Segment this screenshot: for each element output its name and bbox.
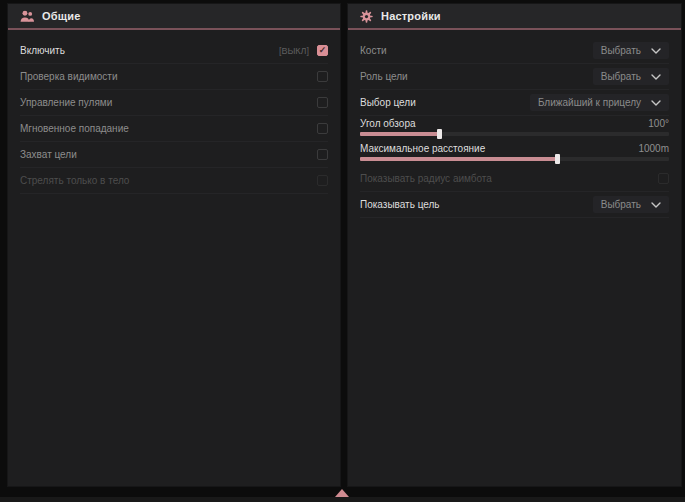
- checkbox[interactable]: [317, 123, 328, 134]
- panel-header-settings: Настройки: [348, 4, 681, 28]
- select-control[interactable]: Ближайший к прицелу: [530, 94, 669, 111]
- settings-row-2: Выбор целиБлижайший к прицелу: [360, 90, 669, 116]
- select-value: Ближайший к прицелу: [538, 97, 641, 108]
- panel-body-general: Включить[ВЫКЛ]✓Проверка видимостиУправле…: [8, 30, 340, 486]
- general-row-1: Проверка видимости: [20, 64, 328, 90]
- checkbox[interactable]: ✓: [317, 45, 328, 56]
- checkbox[interactable]: [317, 149, 328, 160]
- slider-header: Максимальное расстояние1000m: [360, 142, 669, 154]
- setting-label: Показывать цель: [360, 199, 440, 210]
- checkbox[interactable]: [317, 175, 328, 186]
- setting-label: Управление пулями: [20, 97, 112, 108]
- settings-row-0: КостиВыбрать: [360, 38, 669, 64]
- panel-settings: Настройки КостиВыбратьРоль целиВыбратьВы…: [348, 4, 681, 486]
- setting-label: Роль цели: [360, 71, 408, 82]
- chevron-down-icon: [651, 74, 661, 80]
- panel-title: Настройки: [381, 10, 441, 22]
- row-controls: [317, 149, 328, 160]
- panel-body-settings: КостиВыбратьРоль целиВыбратьВыбор целиБл…: [348, 30, 681, 486]
- scroll-up-indicator[interactable]: [335, 489, 349, 497]
- setting-label: Стрелять только в тело: [20, 175, 129, 186]
- slider-track[interactable]: [360, 132, 669, 136]
- setting-label: Показывать радиус аимбота: [360, 173, 492, 184]
- checkbox[interactable]: [658, 173, 669, 184]
- setting-label: Мгновенное попадание: [20, 123, 129, 134]
- settings-row-6: Показывать цельВыбрать: [360, 192, 669, 218]
- general-row-2: Управление пулями: [20, 90, 328, 116]
- setting-label: Выбор цели: [360, 97, 416, 108]
- setting-label: Кости: [360, 45, 387, 56]
- row-controls: [317, 71, 328, 82]
- select-control[interactable]: Выбрать: [593, 68, 669, 85]
- setting-label: Максимальное расстояние: [360, 143, 485, 154]
- row-controls: [ВЫКЛ]✓: [279, 45, 328, 56]
- slider-fill: [360, 157, 558, 161]
- setting-label: Проверка видимости: [20, 71, 118, 82]
- chevron-down-icon: [651, 48, 661, 54]
- settings-row-3: Угол обзора100°: [360, 116, 669, 141]
- row-controls: [317, 123, 328, 134]
- row-controls: [317, 97, 328, 108]
- bottom-strip: [0, 497, 685, 502]
- row-controls: [317, 175, 328, 186]
- select-control[interactable]: Выбрать: [593, 196, 669, 213]
- slider-header: Угол обзора100°: [360, 117, 669, 129]
- select-value: Выбрать: [601, 199, 641, 210]
- select-value: Выбрать: [601, 71, 641, 82]
- select-control[interactable]: Выбрать: [593, 42, 669, 59]
- hotkey-label: [ВЫКЛ]: [279, 46, 309, 56]
- slider-value: 1000m: [638, 143, 669, 154]
- setting-label: Захват цели: [20, 149, 77, 160]
- row-controls: [658, 173, 669, 184]
- checkbox[interactable]: [317, 97, 328, 108]
- slider-thumb[interactable]: [555, 154, 560, 164]
- slider-track[interactable]: [360, 157, 669, 161]
- settings-row-4: Максимальное расстояние1000m: [360, 141, 669, 166]
- panel-header-general: Общие: [8, 4, 340, 28]
- setting-label: Включить: [20, 45, 65, 56]
- slider-thumb[interactable]: [437, 129, 442, 139]
- slider-fill: [360, 132, 440, 136]
- cheat-menu: Общие Включить[ВЫКЛ]✓Проверка видимостиУ…: [0, 0, 685, 502]
- setting-label: Угол обзора: [360, 118, 416, 129]
- panel-general: Общие Включить[ВЫКЛ]✓Проверка видимостиУ…: [8, 4, 340, 486]
- settings-row-5: Показывать радиус аимбота: [360, 166, 669, 192]
- gear-icon: [360, 10, 373, 23]
- checkbox[interactable]: [317, 71, 328, 82]
- panel-title: Общие: [42, 10, 81, 22]
- general-row-0: Включить[ВЫКЛ]✓: [20, 38, 328, 64]
- chevron-down-icon: [651, 202, 661, 208]
- users-icon: [20, 10, 34, 23]
- settings-row-1: Роль целиВыбрать: [360, 64, 669, 90]
- chevron-down-icon: [651, 100, 661, 106]
- general-row-5: Стрелять только в тело: [20, 168, 328, 194]
- general-row-4: Захват цели: [20, 142, 328, 168]
- select-value: Выбрать: [601, 45, 641, 56]
- slider-value: 100°: [648, 118, 669, 129]
- general-row-3: Мгновенное попадание: [20, 116, 328, 142]
